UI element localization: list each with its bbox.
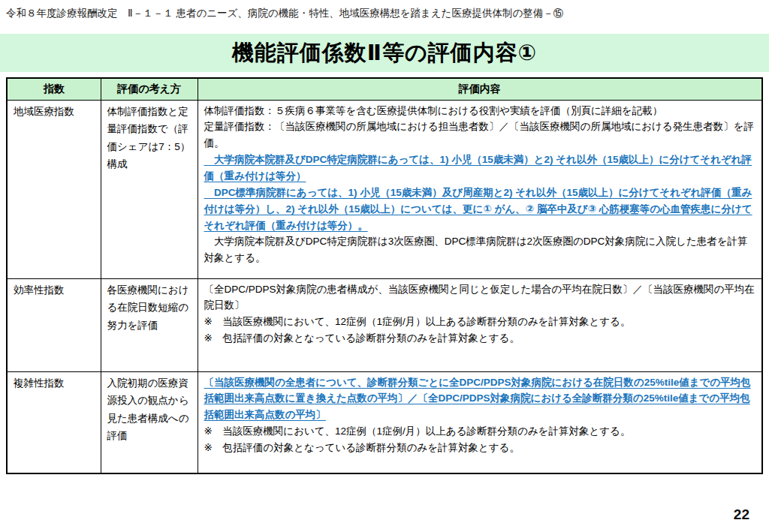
content-paragraph: 〔当該医療機関の全患者について、診断群分類ごとに全DPC/PDPS対象病院におけ… (204, 374, 756, 424)
page-title: 機能評価係数Ⅱ等の評価内容① (232, 38, 537, 68)
content-paragraph: 大学病院本院群及びDPC特定病院群にあっては、1) 小児（15歳未満）と2) そ… (204, 152, 756, 185)
content-paragraph: 大学病院本院群及びDPC特定病院群は3次医療圏、DPC標準病院群は2次医療圏のD… (204, 233, 756, 266)
content-paragraph: 定量評価指数：〔当該医療機関の所属地域における担当患者数〕／〔当該医療機関の所属… (204, 119, 756, 152)
content-paragraph: DPC標準病院群にあっては、1) 小児（15歳未満）及び周産期と2) それ以外（… (204, 185, 756, 234)
index-name-cell: 効率性指数 (7, 278, 101, 371)
content-paragraph: ※ 包括評価の対象となっている診断群分類のみを計算対象とする。 (204, 330, 756, 347)
table-row: 効率性指数 各医療機関における在院日数短縮の努力を評価 〔全DPC/PDPS対象… (7, 278, 762, 371)
approach-cell: 各医療機関における在院日数短縮の努力を評価 (101, 278, 198, 371)
table-row: 複雑性指数 入院初期の医療資源投入の観点から見た患者構成への評価 〔当該医療機関… (7, 371, 762, 473)
evaluation-table: 指数 評価の考え方 評価内容 地域医療指数 体制評価指数と定量評価指数で（評価シ… (6, 77, 763, 474)
header-note: 令和８年度診療報酬改定 Ⅱ－１－１ 患者のニーズ、病院の機能・特性、地域医療構想… (6, 7, 763, 20)
slide-page: 令和８年度診療報酬改定 Ⅱ－１－１ 患者のニーズ、病院の機能・特性、地域医療構想… (0, 0, 769, 532)
table-header-row: 指数 評価の考え方 評価内容 (7, 78, 762, 100)
content-paragraph: ※ 包括評価の対象となっている診断群分類のみを計算対象とする。 (204, 440, 756, 456)
content-paragraph: ※ 当該医療機関において、12症例（1症例/月）以上ある診断群分類のみを計算対象… (204, 423, 756, 440)
page-number: 22 (734, 506, 749, 523)
column-header-index: 指数 (7, 78, 101, 100)
content-cell: 〔当該医療機関の全患者について、診断群分類ごとに全DPC/PDPS対象病院におけ… (198, 371, 762, 473)
content-cell: 体制評価指数：５疾病６事業等を含む医療提供体制における役割や実績を評価（別頁に詳… (198, 100, 762, 278)
index-name-cell: 地域医療指数 (7, 100, 101, 278)
approach-cell: 体制評価指数と定量評価指数で（評価シェアは7：5）構成 (101, 100, 198, 278)
index-name-cell: 複雑性指数 (7, 371, 101, 473)
column-header-approach: 評価の考え方 (101, 78, 198, 100)
table-row: 地域医療指数 体制評価指数と定量評価指数で（評価シェアは7：5）構成 体制評価指… (7, 100, 762, 278)
content-paragraph: 〔全DPC/PDPS対象病院の患者構成が、当該医療機関と同じと仮定した場合の平均… (204, 281, 756, 314)
content-cell: 〔全DPC/PDPS対象病院の患者構成が、当該医療機関と同じと仮定した場合の平均… (198, 278, 762, 371)
title-band: 機能評価係数Ⅱ等の評価内容① (0, 34, 769, 72)
content-paragraph: 体制評価指数：５疾病６事業等を含む医療提供体制における役割や実績を評価（別頁に詳… (204, 103, 756, 119)
table-body: 地域医療指数 体制評価指数と定量評価指数で（評価シェアは7：5）構成 体制評価指… (7, 100, 762, 473)
column-header-content: 評価内容 (198, 78, 762, 100)
content-paragraph: ※ 当該医療機関において、12症例（1症例/月）以上ある診断群分類のみを計算対象… (204, 314, 756, 330)
approach-cell: 入院初期の医療資源投入の観点から見た患者構成への評価 (101, 371, 198, 473)
